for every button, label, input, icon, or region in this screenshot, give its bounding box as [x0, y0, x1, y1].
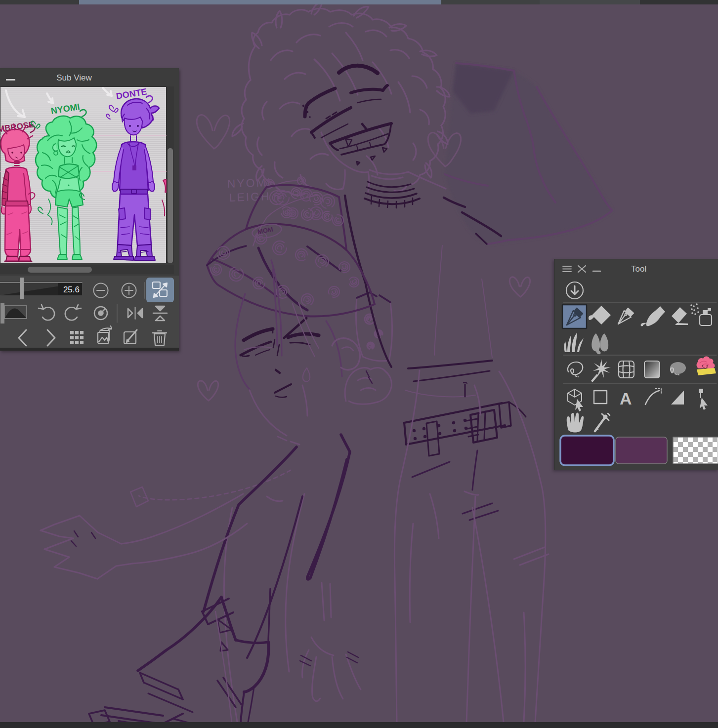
svg-text:25.6: 25.6 [63, 285, 80, 294]
svg-text:LEIGH: LEIGH [229, 190, 271, 204]
svg-text:A: A [620, 389, 632, 408]
svg-text:NYOMI: NYOMI [50, 102, 80, 116]
